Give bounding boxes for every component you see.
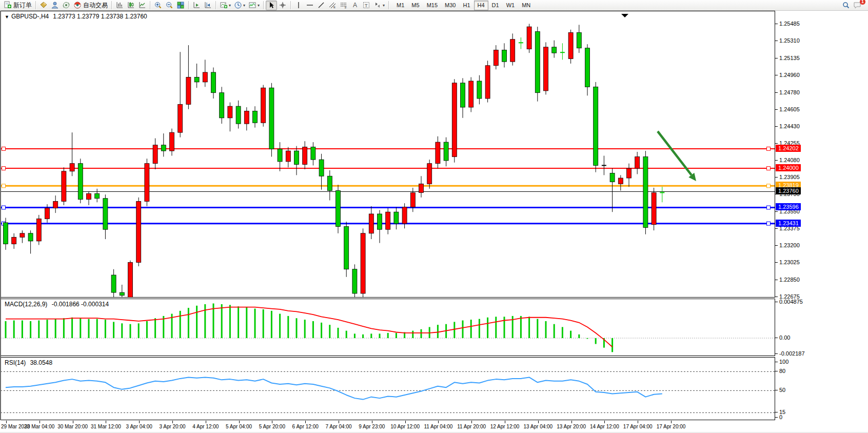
rsi-indicator-pane[interactable]: RSI(14) 38.0548 — [0, 357, 775, 420]
candle-body — [170, 132, 174, 151]
price-tick-label: 1.25310 — [779, 37, 800, 44]
notifications-button[interactable]: 1 — [852, 1, 863, 10]
text-label-tool-button[interactable]: T — [361, 1, 372, 10]
horizontal-line-tool-button[interactable] — [304, 1, 315, 10]
candle-body — [494, 50, 498, 65]
chart-shift-button[interactable] — [202, 1, 213, 10]
candle-body — [544, 47, 548, 91]
price-scale[interactable]: 1.254851.253101.251351.249601.247801.246… — [775, 11, 868, 420]
time-label: 9 Apr 23:00 — [359, 424, 385, 429]
candle-body — [294, 151, 299, 164]
line-handle[interactable] — [767, 147, 771, 150]
new-chart-button[interactable]: ▾ — [218, 1, 232, 10]
arrows-tool-button[interactable]: ▾ — [372, 1, 386, 10]
new-order-label: 新订单 — [13, 1, 32, 10]
gold-diamond-icon — [40, 1, 48, 9]
line-handle[interactable] — [767, 222, 771, 225]
timeframe-button-h4[interactable]: H4 — [474, 1, 488, 10]
scale-tick — [775, 297, 778, 297]
auto-scroll-button[interactable] — [191, 1, 202, 10]
timeframe-button-m30[interactable]: M30 — [441, 1, 459, 10]
zoom-in-button[interactable] — [152, 1, 164, 10]
price-tick-label: 1.24960 — [779, 72, 800, 78]
scale-tick — [775, 262, 778, 263]
macd-chart[interactable] — [1, 299, 775, 356]
candle-body — [194, 77, 199, 82]
candle-body — [228, 106, 232, 118]
trendline-tool-button[interactable] — [315, 1, 327, 10]
scroll-to-end-icon[interactable] — [621, 14, 628, 17]
time-tick — [405, 421, 406, 423]
scale-tick — [775, 75, 778, 75]
candlestick-chart-button[interactable] — [125, 1, 136, 10]
search-button[interactable] — [840, 1, 852, 10]
toolbar-separator — [35, 1, 36, 9]
timeframe-button-m1[interactable]: M1 — [393, 1, 408, 10]
scale-tick — [775, 390, 778, 390]
main-chart-pane[interactable]: ▼GBPUSD-,H41.23773 1.23779 1.23738 1.237… — [0, 11, 775, 298]
timeframe-button-w1[interactable]: W1 — [503, 1, 519, 10]
period-menu-button[interactable]: ▾ — [232, 1, 247, 10]
candle-body — [203, 72, 207, 82]
indicators-menu-button[interactable]: ▾ — [247, 1, 261, 10]
crosshair-tool-button[interactable] — [277, 1, 288, 10]
tile-windows-button[interactable] — [175, 1, 186, 10]
autotrading-button[interactable]: 自动交易 — [72, 1, 109, 10]
line-handle[interactable] — [2, 206, 6, 209]
candle-body — [87, 193, 91, 199]
time-label: 5 Apr 20:00 — [259, 424, 285, 429]
line-handle[interactable] — [2, 184, 6, 188]
chart-expand-icon[interactable]: ▼ — [5, 14, 9, 19]
cursor-tool-button[interactable] — [266, 1, 277, 10]
timeframe-button-h1[interactable]: H1 — [459, 1, 474, 10]
text-tool-button[interactable]: A — [349, 1, 361, 10]
candle-body — [510, 40, 515, 62]
timeframe-button-mn[interactable]: MN — [518, 1, 534, 10]
time-tick — [73, 421, 73, 423]
candle-body — [120, 292, 124, 296]
market-watch-button[interactable] — [38, 1, 49, 10]
candle-body — [627, 168, 632, 178]
rsi-chart[interactable] — [1, 358, 775, 420]
macd-indicator-pane[interactable]: MACD(12,26,9) -0.001866 -0.000314 — [0, 299, 775, 356]
candle-body — [452, 83, 457, 157]
time-label: 17 Apr 04:00 — [623, 424, 653, 429]
candle-body — [427, 164, 432, 184]
chevron-down-icon: ▾ — [383, 3, 385, 8]
time-axis[interactable]: 29 Mar 202330 Mar 04:0030 Mar 20:0031 Ma… — [0, 421, 868, 432]
timeframe-button-m15[interactable]: M15 — [423, 1, 441, 10]
line-handle[interactable] — [2, 147, 6, 150]
timeframe-button-m5[interactable]: M5 — [408, 1, 423, 10]
terminal-button[interactable] — [61, 1, 72, 10]
zoom-out-button[interactable] — [164, 1, 175, 10]
line-handle[interactable] — [2, 167, 6, 170]
line-handle[interactable] — [767, 167, 771, 170]
timeframe-button-d1[interactable]: D1 — [488, 1, 503, 10]
time-label: 3 Apr 20:00 — [159, 424, 185, 429]
line-handle[interactable] — [767, 184, 771, 188]
candle-body — [220, 93, 224, 118]
svg-text:E: E — [333, 6, 336, 9]
channel-tool-button[interactable]: E — [327, 1, 338, 10]
candle-body — [253, 111, 258, 123]
fibonacci-icon: F — [340, 1, 348, 9]
line-handle[interactable] — [767, 206, 771, 209]
time-label: 13 Apr 04:00 — [523, 424, 553, 429]
candlestick-chart[interactable] — [1, 11, 775, 297]
time-label: 4 Apr 12:00 — [192, 424, 219, 429]
time-label: 3 Apr 04:00 — [126, 424, 152, 429]
fibonacci-tool-button[interactable]: F — [338, 1, 349, 10]
bar-chart-icon — [115, 1, 124, 9]
candle-body — [303, 147, 307, 165]
navigator-button[interactable] — [49, 1, 61, 10]
line-chart-button[interactable] — [136, 1, 148, 10]
time-tick — [438, 421, 439, 423]
vertical-line-tool-button[interactable] — [293, 1, 304, 10]
window-left-edge — [0, 11, 1, 420]
crosshair-icon — [279, 1, 287, 9]
time-label: 12 Apr 12:00 — [490, 424, 520, 429]
scale-tick — [775, 160, 778, 161]
scale-tick — [775, 338, 778, 338]
new-order-button[interactable]: 新订单 — [2, 1, 33, 10]
bar-chart-button[interactable] — [114, 1, 125, 10]
